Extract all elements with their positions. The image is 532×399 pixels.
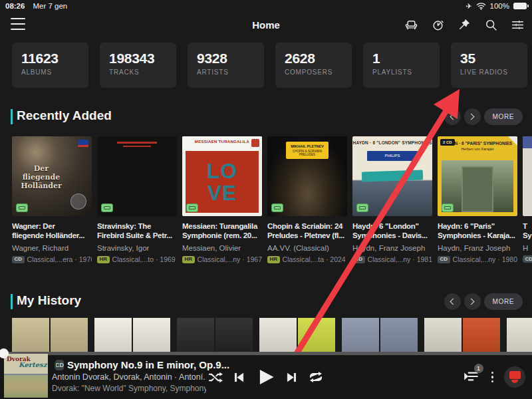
album-card[interactable]: MIKHAIL PLETNEV CHOPIN & SCRIABIN PRELUD… [267,136,347,263]
album-title: Haydn: 6 "London" [352,221,432,231]
stat-label: ALBUMS [21,68,88,76]
next-track-button[interactable] [285,370,299,384]
album-artist: AA.VV. (Classical) [267,244,347,252]
stat-card-live-radios[interactable]: 35 LIVE RADIOS [451,43,527,88]
album-title: Stravinsky: The [97,221,177,231]
album-title: T [523,221,532,231]
history-album-thumb[interactable] [94,318,132,354]
sleep-timer-icon[interactable] [430,17,446,33]
stat-card-albums[interactable]: 11623 ALBUMS [12,43,88,88]
album-title: Messiaen: Turangalila [182,221,262,231]
album-title: Sy [523,231,532,240]
queue-count-badge: 1 [474,364,483,373]
history-album-thumb[interactable] [259,318,297,354]
cover-sticker [362,170,423,182]
album-card[interactable]: Stravinsky: The Firebird Suite & Petr...… [97,136,177,263]
wifi-icon [476,2,486,10]
overflow-menu-icon[interactable] [489,369,497,386]
history-album-thumb[interactable] [342,318,379,354]
history-album-thumb[interactable] [380,318,418,354]
equalizer-sliders-icon[interactable] [509,17,525,33]
search-icon[interactable] [483,17,499,33]
album-cover[interactable] [97,136,177,216]
stat-label: TRACKS [109,68,176,76]
more-button[interactable]: MORE [484,108,523,125]
stat-card-artists[interactable]: 9328 ARTISTS [188,43,264,88]
history-album-thumb[interactable] [215,318,253,354]
more-button[interactable]: MORE [484,293,523,310]
battery-icon [513,3,527,9]
album-title: Chopin & Scriabin: 24 [267,221,347,231]
art-text: Kertesz [19,361,48,368]
now-playing-art[interactable]: Dvorak Kertesz [4,354,48,398]
album-meta: Classical,...era · 1976 [27,255,92,263]
history-album-thumb[interactable] [177,318,214,354]
cover-text-decoration [117,142,157,149]
header-actions [403,17,525,33]
output-device-button[interactable] [504,366,525,388]
format-badge: HR [182,256,195,263]
album-card[interactable]: HAYDN · 6 "LONDON" SYMPHONIES PHILIPS Ha… [352,136,432,263]
pin-icon[interactable] [456,17,472,33]
stat-card-playlists[interactable]: 1 PLAYLISTS [363,43,440,88]
cover-decoration [523,136,532,148]
album-cover[interactable]: MIKHAIL PLETNEV CHOPIN & SCRIABIN PRELUD… [267,136,347,216]
library-stats: 11623 ALBUMS 198343 TRACKS 9328 ARTISTS … [12,43,527,88]
quality-chip-icon [356,203,368,212]
history-album-thumb[interactable] [51,318,88,354]
history-album-thumb[interactable] [298,318,335,354]
history-album-thumb[interactable] [424,318,462,354]
transport-controls [207,355,324,399]
section-recently-added-header: Recently Added MORE [0,106,532,128]
section-my-history-header: My History MORE [0,291,532,313]
stat-label: LIVE RADIOS [460,68,527,76]
album-cover[interactable] [523,136,532,216]
dg-label: MIKHAIL PLETNEV CHOPIN & SCRIABIN PRELUD… [286,142,329,159]
format-badge: CD [523,255,532,263]
chevron-left-icon [450,114,457,120]
now-playing-info[interactable]: CD Symphony No.9 in E minor, Op.9... Ant… [52,359,211,393]
album-cover[interactable]: MESSIAEN TURANGALILA LOVE [182,136,262,216]
previous-track-button[interactable] [232,370,246,384]
album-card[interactable]: HAYDN · 6 "PARIS" SYMPHONIES Herbert von… [438,136,517,263]
album-title: Haydn: 6 "Paris" [438,221,517,231]
quality-chip-icon [186,203,198,212]
scroll-right-button[interactable] [464,293,481,310]
scroll-left-button[interactable] [444,293,461,310]
party-mode-sofa-icon[interactable] [403,17,419,33]
album-card[interactable]: MESSIAEN TURANGALILA LOVE Messiaen: Tura… [182,136,262,263]
album-card[interactable]: Der fliegendeHolländer Wagner: Der flieg… [12,136,92,263]
album-cover[interactable]: HAYDN · 6 "PARIS" SYMPHONIES Herbert von… [438,136,517,216]
stat-card-tracks[interactable]: 198343 TRACKS [100,43,176,88]
format-badge: HR [97,256,110,263]
history-album-thumb[interactable] [133,318,170,354]
stat-value: 1 [372,51,440,66]
history-album-thumb[interactable] [507,318,532,354]
album-meta: Classical,...to · 1969 [112,255,176,263]
stat-label: COMPOSERS [285,68,352,76]
history-album-thumb[interactable] [463,318,500,354]
album-title: Symphonies - Karaja... [438,231,517,240]
album-cover[interactable]: Der fliegendeHolländer [12,136,92,216]
cover-emblem [70,194,86,209]
stat-label: ARTISTS [197,68,264,76]
history-album-thumb[interactable] [12,318,49,354]
section-title: Recently Added [17,108,112,123]
scroll-right-button[interactable] [464,108,481,125]
album-card[interactable]: T Sy H CD [523,136,532,263]
format-badge: CD [12,256,25,263]
album-cover[interactable]: HAYDN · 6 "LONDON" SYMPHONIES PHILIPS [352,136,432,216]
shuffle-button[interactable] [207,370,223,385]
play-button[interactable] [255,367,275,387]
queue-button[interactable]: 1 [462,368,481,386]
art-image [4,374,48,398]
repeat-button[interactable] [308,369,324,385]
album-artist: Messiaen, Olivier [182,244,262,252]
scroll-left-button[interactable] [444,108,461,125]
player-bar: Dvorak Kertesz CD Symphony No.9 in E min… [0,355,532,399]
stat-card-composers[interactable]: 2628 COMPOSERS [275,43,352,88]
track-album: Dvorak: "New World" Symphony, Symphony..… [52,384,206,393]
chevron-right-icon [468,299,475,305]
format-badge: CD [438,256,450,263]
folded-corner [508,136,517,146]
